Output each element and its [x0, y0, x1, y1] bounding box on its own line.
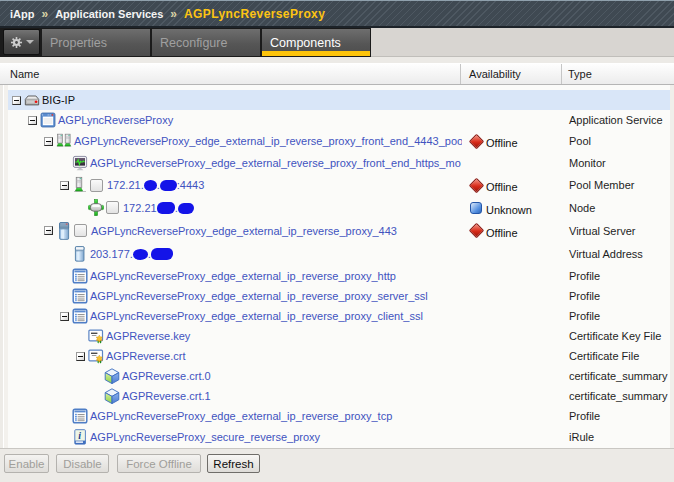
virtual-address-icon	[72, 246, 88, 262]
tab-components[interactable]: Components	[262, 29, 370, 56]
breadcrumb-item: AGPLyncReverseProxy	[184, 7, 325, 21]
pool-member-icon	[72, 176, 88, 194]
name-cell: 172.21..:4443	[8, 174, 462, 196]
tab-bar: PropertiesReconfigureComponents	[0, 28, 674, 57]
row-checkbox[interactable]	[106, 201, 119, 214]
type-cell: certificate_summary	[569, 366, 674, 386]
tree-node-label[interactable]: 172.21.	[123, 202, 194, 214]
gear-menu-button[interactable]	[3, 29, 40, 55]
tree-collapse-toggle[interactable]	[60, 181, 69, 190]
tree-collapse-toggle[interactable]	[60, 312, 69, 321]
type-cell: Pool	[569, 130, 674, 152]
bigip-iapp-components-screen: iApp»Application Services»AGPLyncReverse…	[0, 0, 674, 482]
tree-collapse-toggle[interactable]	[12, 96, 21, 105]
tree-node-label[interactable]: 203.177..	[90, 248, 173, 260]
tree-node-label[interactable]: AGPReverse.crt.0	[122, 370, 211, 382]
irule-icon	[72, 429, 88, 445]
tree-collapse-toggle[interactable]	[44, 226, 53, 235]
tree-node-label[interactable]: AGPLyncReverseProxy_edge_external_revers…	[90, 157, 461, 169]
tab-reconfigure[interactable]: Reconfigure	[152, 29, 260, 56]
tree-node-label[interactable]: AGPLyncReverseProxy	[58, 114, 173, 126]
availability-cell	[460, 386, 561, 406]
table-row: AGPLyncReverseProxy_secure_reverse_proxy…	[0, 426, 674, 447]
table-header: Name Availability Type	[0, 63, 674, 85]
tree-node-label[interactable]: AGPReverse.key	[106, 330, 190, 342]
table-row: AGPLyncReverseProxy_edge_external_revers…	[0, 152, 674, 174]
refresh-button[interactable]: Refresh	[207, 454, 260, 473]
tree-node-label[interactable]: BIG-IP	[42, 94, 75, 106]
profile-icon	[72, 408, 88, 424]
name-cell: AGPReverse.crt.1	[8, 386, 462, 406]
redaction-scribble	[151, 248, 173, 260]
tree-node-label[interactable]: 172.21..:4443	[107, 179, 204, 191]
type-cell: iRule	[569, 426, 674, 447]
availability-cell: Unknown	[460, 196, 561, 219]
tree-node-label[interactable]: AGPLyncReverseProxy_edge_external_ip_rev…	[90, 310, 423, 322]
redaction-scribble	[178, 203, 194, 214]
type-cell: certificate_summary	[569, 386, 674, 406]
tree-node-label[interactable]: AGPLyncReverseProxy_edge_external_ip_rev…	[90, 270, 396, 282]
tree-collapse-toggle[interactable]	[44, 137, 53, 146]
name-cell: AGPLyncReverseProxy_edge_external_revers…	[8, 152, 462, 174]
type-cell: Application Service	[569, 110, 674, 130]
pool-icon	[56, 132, 72, 150]
components-tree-table: BIG-IPAGPLyncReverseProxyApplication Ser…	[0, 85, 674, 448]
tree-node-label[interactable]: AGPReverse.crt	[106, 350, 185, 362]
name-cell: 203.177..	[8, 242, 462, 265]
breadcrumb-item[interactable]: Application Services	[55, 8, 163, 20]
tree-collapse-toggle[interactable]	[28, 116, 37, 125]
tab-bar-empty-region	[371, 28, 674, 57]
tree-node-label[interactable]: AGPLyncReverseProxy_edge_external_ip_rev…	[74, 135, 462, 147]
chevron-down-icon	[26, 40, 34, 44]
column-separator	[561, 64, 562, 84]
force-offline-button[interactable]: Force Offline	[117, 454, 201, 473]
availability-label: Offline	[486, 227, 518, 239]
tab-properties[interactable]: Properties	[42, 29, 150, 56]
name-cell: AGPLyncReverseProxy	[8, 110, 462, 130]
tree-node-label[interactable]: AGPLyncReverseProxy_edge_external_ip_rev…	[90, 410, 392, 422]
type-cell: Pool Member	[569, 174, 674, 196]
tree-collapse-toggle[interactable]	[76, 352, 85, 361]
availability-offline-icon	[469, 133, 485, 149]
table-row: 172.21..:4443OfflinePool Member	[0, 174, 674, 196]
table-row: AGPReverse.crtCertificate File	[0, 346, 674, 366]
availability-cell	[460, 110, 561, 130]
availability-unknown-icon	[470, 202, 482, 214]
tree-node-label[interactable]: AGPReverse.crt.1	[122, 390, 211, 402]
tree-node-label[interactable]: AGPLyncReverseProxy_secure_reverse_proxy	[90, 431, 320, 443]
availability-cell	[460, 406, 561, 426]
table-row: BIG-IP	[0, 90, 674, 110]
type-cell: Certificate Key File	[569, 326, 674, 346]
name-cell: AGPLyncReverseProxy_edge_external_ip_rev…	[8, 286, 462, 306]
disable-button[interactable]: Disable	[56, 454, 109, 473]
availability-cell	[460, 152, 561, 174]
table-row: AGPLyncReverseProxy_edge_external_ip_rev…	[0, 130, 674, 152]
table-row: AGPLyncReverseProxy_edge_external_ip_rev…	[0, 406, 674, 426]
column-header-type: Type	[568, 64, 592, 84]
certificate-icon	[88, 348, 104, 364]
cube-icon	[104, 368, 120, 384]
tree-node-label[interactable]: AGPLyncReverseProxy_edge_external_ip_rev…	[91, 225, 397, 237]
column-header-name: Name	[10, 64, 39, 84]
table-row: AGPLyncReverseProxy_edge_external_ip_rev…	[0, 219, 674, 242]
availability-cell	[460, 366, 561, 386]
redaction-scribble	[144, 180, 157, 191]
table-row: AGPLyncReverseProxy_edge_external_ip_rev…	[0, 306, 674, 326]
row-checkbox[interactable]	[90, 179, 103, 192]
redaction-scribble	[160, 180, 177, 191]
availability-offline-icon	[469, 223, 485, 239]
row-checkbox[interactable]	[74, 224, 87, 237]
enable-button[interactable]: Enable	[4, 454, 49, 473]
breadcrumb-item[interactable]: iApp	[10, 8, 34, 20]
availability-label: Offline	[486, 181, 518, 193]
type-cell: Profile	[569, 406, 674, 426]
table-row: AGPReverse.crt.0certificate_summary	[0, 366, 674, 386]
availability-cell: Offline	[460, 130, 561, 152]
tree-node-label[interactable]: AGPLyncReverseProxy_edge_external_ip_rev…	[90, 290, 428, 302]
virtual-server-icon	[56, 222, 72, 240]
type-cell: Profile	[569, 306, 674, 326]
redaction-scribble	[157, 202, 175, 214]
availability-label: Offline	[486, 137, 518, 149]
table-row: 203.177..Virtual Address	[0, 242, 674, 265]
type-cell: Profile	[569, 286, 674, 306]
